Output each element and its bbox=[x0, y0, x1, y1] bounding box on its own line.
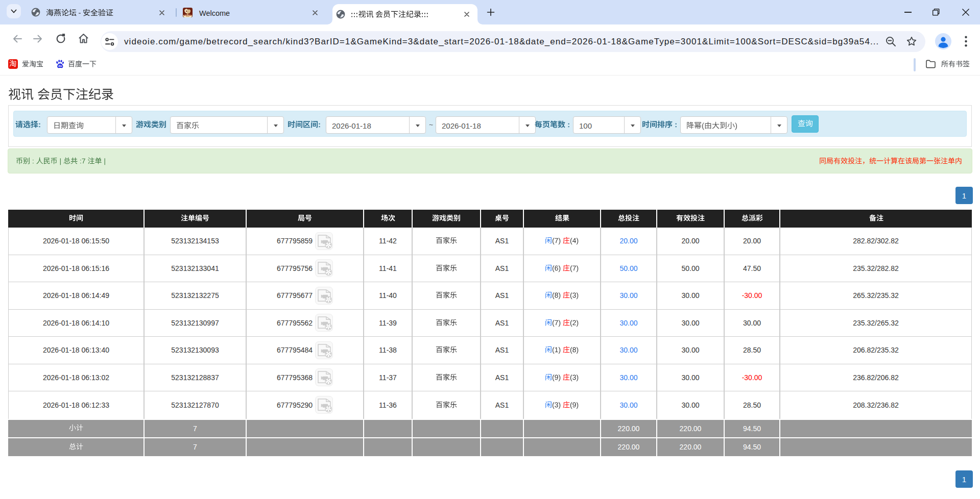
svg-text:du: du bbox=[58, 64, 62, 67]
